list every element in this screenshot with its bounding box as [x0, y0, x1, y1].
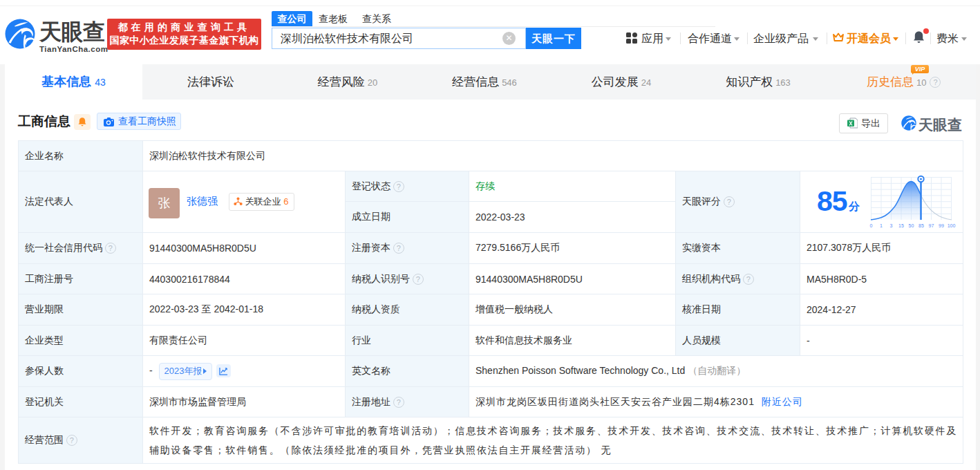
- svg-text:97: 97: [929, 223, 934, 228]
- svg-text:0: 0: [870, 223, 873, 228]
- svg-text:99: 99: [939, 223, 944, 228]
- svg-text:15: 15: [898, 223, 904, 228]
- svg-text:85: 85: [918, 223, 924, 228]
- svg-text:100: 100: [948, 223, 956, 228]
- svg-text:1: 1: [880, 223, 883, 228]
- svg-text:50: 50: [909, 223, 914, 228]
- svg-text:3: 3: [890, 223, 893, 228]
